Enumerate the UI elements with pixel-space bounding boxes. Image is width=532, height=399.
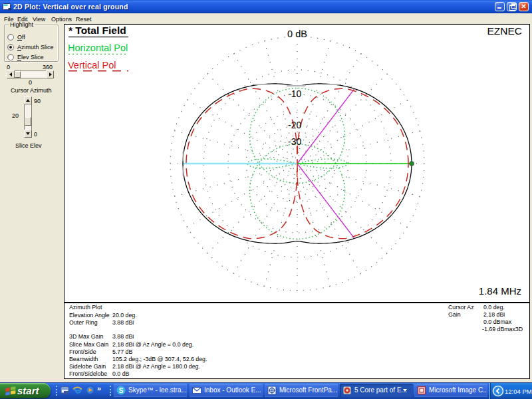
svg-text:* Total Field: * Total Field <box>68 25 126 36</box>
svg-text:1.84 MHz: 1.84 MHz <box>479 285 521 297</box>
svg-text:Horizontal Pol: Horizontal Pol <box>68 43 128 53</box>
svg-text:Vertical Pol: Vertical Pol <box>68 60 116 70</box>
svg-text:S: S <box>119 387 124 394</box>
svg-text:EZNEC: EZNEC <box>487 25 522 37</box>
svg-text:-20: -20 <box>288 120 301 130</box>
svg-text:-10: -10 <box>288 88 301 99</box>
svg-text:0 dB: 0 dB <box>287 29 307 39</box>
svg-text:-30: -30 <box>288 136 301 147</box>
